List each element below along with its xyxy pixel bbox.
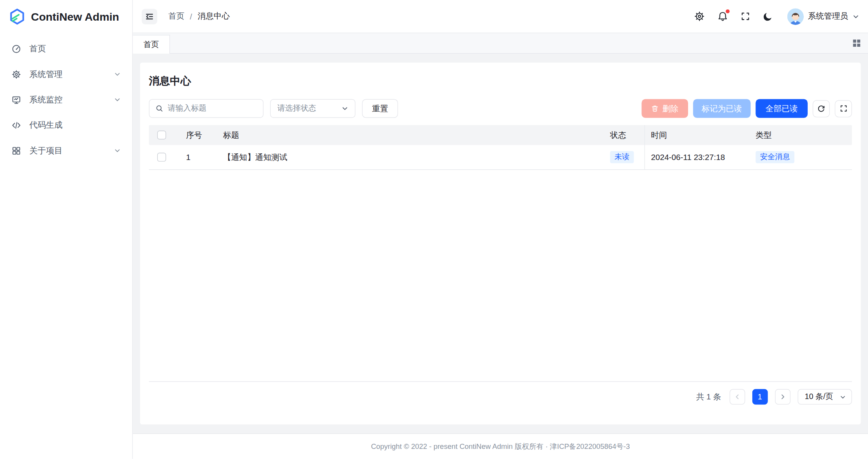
chevron-down-icon xyxy=(852,13,859,19)
header-actions: 系统管理员 xyxy=(694,8,859,25)
header-cell-time: 时间 xyxy=(644,125,750,145)
header-cell-index: 序号 xyxy=(174,130,215,140)
trash-icon xyxy=(651,105,658,113)
row-cell-time: 2024-06-11 23:27:18 xyxy=(644,145,750,169)
delete-button[interactable]: 删除 xyxy=(641,99,688,118)
search-icon xyxy=(155,105,163,113)
pagination-prev-button[interactable] xyxy=(729,389,745,404)
breadcrumb: 首页 / 消息中心 xyxy=(168,11,230,21)
dashboard-icon xyxy=(12,44,21,53)
reset-button[interactable]: 重置 xyxy=(362,99,398,118)
user-menu[interactable]: 系统管理员 xyxy=(787,8,859,25)
select-all-checkbox[interactable] xyxy=(157,130,166,139)
avatar xyxy=(787,8,804,25)
settings-icon xyxy=(12,69,21,79)
chevron-down-icon xyxy=(114,147,121,154)
breadcrumb-home[interactable]: 首页 xyxy=(168,11,184,21)
delete-button-label: 删除 xyxy=(662,103,678,114)
row-cell-index: 1 xyxy=(174,153,215,162)
tab-actions-grid-icon[interactable] xyxy=(852,39,861,47)
sidebar-item-home[interactable]: 首页 xyxy=(5,38,127,60)
monitor-icon xyxy=(12,95,21,104)
row-cell-type: 安全消息 xyxy=(750,151,852,164)
tab-home[interactable]: 首页 xyxy=(133,35,170,54)
row-cell-checkbox xyxy=(149,153,174,162)
breadcrumb-current: 消息中心 xyxy=(198,11,230,21)
page-title: 消息中心 xyxy=(149,63,852,99)
header-cell-type: 类型 xyxy=(750,130,852,140)
app-logo[interactable]: ContiNew Admin xyxy=(0,0,132,33)
top-header: 首页 / 消息中心 xyxy=(133,0,868,33)
chevron-down-icon xyxy=(342,105,348,112)
pagination-total: 共 1 条 xyxy=(696,392,721,402)
apps-icon xyxy=(12,146,21,155)
chevron-down-icon xyxy=(114,71,121,77)
row-cell-title: 【通知】通知测试 xyxy=(215,152,606,162)
breadcrumb-separator: / xyxy=(190,12,192,21)
code-icon xyxy=(12,120,21,130)
notification-bell-icon[interactable] xyxy=(717,11,728,21)
notification-badge-dot xyxy=(725,9,729,13)
logo-text: ContiNew Admin xyxy=(31,10,119,23)
sidebar-menu: 首页 系统管理 xyxy=(0,33,132,166)
header-cell-status: 状态 xyxy=(606,130,644,140)
menu-fold-icon xyxy=(144,11,155,21)
sidebar-item-label: 系统监控 xyxy=(29,94,62,105)
sidebar: ContiNew Admin 首页 系统管理 xyxy=(0,0,133,459)
mark-as-read-button[interactable]: 标记为已读 xyxy=(693,99,751,118)
tab-label: 首页 xyxy=(143,40,159,50)
sidebar-collapse-button[interactable] xyxy=(142,9,157,24)
settings-icon[interactable] xyxy=(694,11,704,21)
sidebar-item-label: 代码生成 xyxy=(29,120,62,130)
pagination-page-1[interactable]: 1 xyxy=(752,389,768,404)
type-badge: 安全消息 xyxy=(755,151,794,164)
refresh-button[interactable] xyxy=(813,100,830,117)
message-center-card: 消息中心 请输入标题 请选择状态 xyxy=(140,63,861,425)
row-cell-status: 未读 xyxy=(606,151,644,164)
sidebar-item-label: 关于项目 xyxy=(29,145,62,156)
sidebar-item-about-project[interactable]: 关于项目 xyxy=(5,139,127,162)
header-cell-title: 标题 xyxy=(215,130,606,140)
dark-mode-moon-icon[interactable] xyxy=(762,11,773,21)
refresh-icon xyxy=(817,104,825,113)
row-checkbox[interactable] xyxy=(157,153,166,162)
chevron-right-icon xyxy=(779,394,786,400)
sidebar-item-label: 首页 xyxy=(29,44,46,54)
chevron-left-icon xyxy=(734,394,740,400)
user-name: 系统管理员 xyxy=(808,11,848,21)
search-input[interactable]: 请输入标题 xyxy=(149,99,263,118)
search-placeholder: 请输入标题 xyxy=(168,104,207,114)
sidebar-item-system-management[interactable]: 系统管理 xyxy=(5,63,127,85)
copyright-text: Copyright © 2022 - present ContiNew Admi… xyxy=(371,441,630,452)
page-footer: Copyright © 2022 - present ContiNew Admi… xyxy=(133,433,868,459)
table-row[interactable]: 1 【通知】通知测试 未读 2024-06-11 23:27:18 安全消息 xyxy=(149,145,852,170)
chevron-down-icon xyxy=(840,394,846,400)
toolbar: 请输入标题 请选择状态 重置 xyxy=(149,99,852,118)
app-window: ContiNew Admin 首页 系统管理 xyxy=(0,0,868,459)
sidebar-item-system-monitor[interactable]: 系统监控 xyxy=(5,88,127,111)
table-fullscreen-button[interactable] xyxy=(835,100,852,117)
header-cell-checkbox xyxy=(149,130,174,139)
pagination: 共 1 条 1 10 条/页 xyxy=(149,389,852,404)
sidebar-item-label: 系统管理 xyxy=(29,69,62,79)
all-read-button[interactable]: 全部已读 xyxy=(755,99,808,118)
toolbar-actions: 删除 标记为已读 全部已读 xyxy=(641,99,852,118)
status-select[interactable]: 请选择状态 xyxy=(270,99,356,118)
status-badge: 未读 xyxy=(610,151,634,164)
status-select-placeholder: 请选择状态 xyxy=(277,104,316,114)
page-content: 消息中心 请输入标题 请选择状态 xyxy=(133,54,868,433)
page-size-select[interactable]: 10 条/页 xyxy=(798,389,852,404)
page-size-value: 10 条/页 xyxy=(805,392,833,402)
message-table: 序号 标题 状态 时间 类型 1 【通知】通知测试 未读 xyxy=(149,125,852,382)
fullscreen-icon xyxy=(840,105,847,113)
chevron-down-icon xyxy=(114,96,121,103)
tab-bar: 首页 xyxy=(133,33,868,54)
pagination-next-button[interactable] xyxy=(775,389,791,404)
table-header-row: 序号 标题 状态 时间 类型 xyxy=(149,125,852,145)
sidebar-item-code-generation[interactable]: 代码生成 xyxy=(5,114,127,136)
logo-hexagon-icon xyxy=(8,8,26,25)
main-area: 首页 / 消息中心 xyxy=(133,0,868,459)
fullscreen-icon[interactable] xyxy=(740,12,750,21)
